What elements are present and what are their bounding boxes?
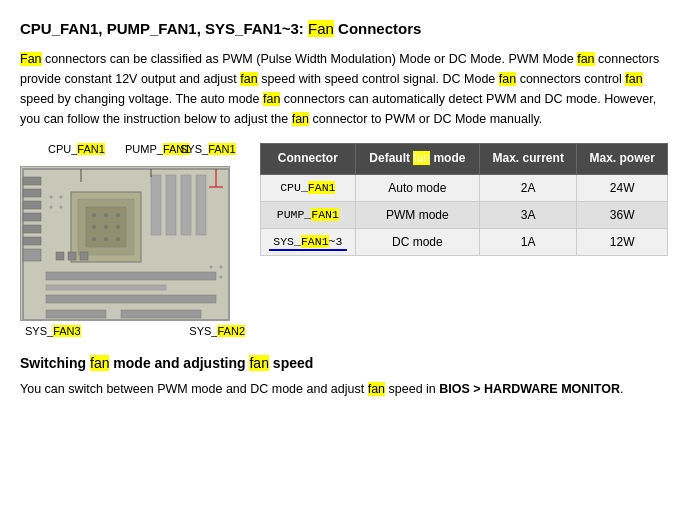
section2-title: Switching fan mode and adjusting fan spe… — [20, 355, 668, 371]
svg-point-18 — [92, 237, 96, 241]
section2-desc-text: You can switch between PWM mode and DC m… — [20, 382, 623, 396]
svg-rect-24 — [196, 175, 206, 235]
description: Fan connectors can be classified as PWM … — [20, 49, 668, 129]
svg-point-43 — [210, 266, 213, 269]
blue-underline — [269, 249, 347, 251]
table-row: SYS_FAN1~3 DC mode 1A 12W — [261, 228, 668, 255]
svg-point-15 — [92, 225, 96, 229]
svg-rect-28 — [56, 252, 64, 260]
svg-point-13 — [104, 213, 108, 217]
label-sys-fan1: SYS_FAN1 — [180, 143, 236, 155]
section2-desc: You can switch between PWM mode and DC m… — [20, 379, 668, 399]
svg-rect-29 — [68, 252, 76, 260]
power-pump-fan1: 36W — [577, 201, 668, 228]
svg-rect-5 — [23, 213, 41, 221]
section2: Switching fan mode and adjusting fan spe… — [20, 355, 668, 399]
header-default-mode: Default fan mode — [355, 144, 479, 175]
svg-point-19 — [104, 237, 108, 241]
current-pump-fan1: 3A — [480, 201, 577, 228]
svg-point-39 — [50, 196, 53, 199]
mode-cpu-fan1: Auto mode — [355, 174, 479, 201]
svg-point-44 — [220, 266, 223, 269]
svg-rect-36 — [121, 310, 201, 318]
content-area: CPU_FAN1 PUMP_FAN1 SYS_FAN1 — [20, 143, 668, 337]
diagram-section: CPU_FAN1 PUMP_FAN1 SYS_FAN1 — [20, 143, 250, 337]
svg-rect-27 — [46, 295, 216, 303]
svg-rect-35 — [46, 310, 106, 318]
fan-connector-table: Connector Default fan mode Max. current … — [260, 143, 668, 256]
mode-sys-fan: DC mode — [355, 228, 479, 255]
svg-point-40 — [60, 196, 63, 199]
svg-rect-4 — [23, 201, 41, 209]
header-max-current: Max. current — [480, 144, 577, 175]
svg-rect-3 — [23, 189, 41, 197]
page-title: CPU_FAN1, PUMP_FAN1, SYS_FAN1~3: Fan Con… — [20, 18, 668, 39]
svg-point-17 — [116, 225, 120, 229]
table-row: PUMP_FAN1 PWM mode 3A 36W — [261, 201, 668, 228]
svg-point-16 — [104, 225, 108, 229]
svg-rect-21 — [151, 175, 161, 235]
mode-pump-fan1: PWM mode — [355, 201, 479, 228]
table-section: Connector Default fan mode Max. current … — [260, 143, 668, 337]
svg-rect-6 — [23, 225, 41, 233]
svg-point-20 — [116, 237, 120, 241]
svg-point-45 — [210, 276, 213, 279]
connector-cpu-fan1: CPU_FAN1 — [261, 174, 356, 201]
svg-rect-22 — [166, 175, 176, 235]
title-suffix: Connectors — [334, 20, 422, 37]
svg-point-46 — [220, 276, 223, 279]
desc-text: Fan connectors can be classified as PWM … — [20, 52, 659, 126]
title-highlight: Fan — [308, 20, 334, 37]
svg-rect-25 — [46, 272, 216, 280]
current-cpu-fan1: 2A — [480, 174, 577, 201]
label-sys-fan2: SYS_FAN2 — [189, 325, 245, 337]
svg-point-14 — [116, 213, 120, 217]
motherboard-diagram — [20, 166, 230, 321]
svg-point-41 — [50, 206, 53, 209]
power-cpu-fan1: 24W — [577, 174, 668, 201]
header-max-power: Max. power — [577, 144, 668, 175]
svg-rect-2 — [23, 177, 41, 185]
svg-rect-8 — [23, 249, 41, 261]
power-sys-fan: 12W — [577, 228, 668, 255]
motherboard-svg — [21, 167, 230, 321]
svg-rect-7 — [23, 237, 41, 245]
svg-rect-30 — [80, 252, 88, 260]
table-row: CPU_FAN1 Auto mode 2A 24W — [261, 174, 668, 201]
diagram-labels-top: CPU_FAN1 PUMP_FAN1 SYS_FAN1 — [20, 143, 250, 163]
title-prefix: CPU_FAN1, PUMP_FAN1, SYS_FAN1~3: — [20, 20, 308, 37]
diagram-labels-bottom: SYS_FAN3 SYS_FAN2 — [20, 325, 250, 337]
label-cpu-fan1: CPU_FAN1 — [48, 143, 105, 155]
svg-point-42 — [60, 206, 63, 209]
header-connector: Connector — [261, 144, 356, 175]
section2-title-text: Switching fan mode and adjusting fan spe… — [20, 355, 313, 371]
bios-path: BIOS > HARDWARE MONITOR — [439, 382, 620, 396]
table-header-row: Connector Default fan mode Max. current … — [261, 144, 668, 175]
connector-sys-fan: SYS_FAN1~3 — [261, 228, 356, 255]
svg-rect-26 — [46, 285, 166, 290]
current-sys-fan: 1A — [480, 228, 577, 255]
label-sys-fan3: SYS_FAN3 — [25, 325, 81, 337]
svg-point-12 — [92, 213, 96, 217]
svg-rect-23 — [181, 175, 191, 235]
connector-pump-fan1: PUMP_FAN1 — [261, 201, 356, 228]
